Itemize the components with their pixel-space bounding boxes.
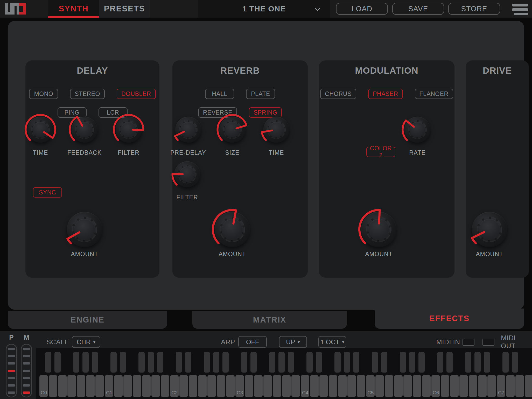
delay-amount-knob[interactable]: [67, 212, 102, 247]
scale-select[interactable]: CHR ▾: [72, 336, 100, 348]
white-key[interactable]: [338, 375, 347, 397]
white-key[interactable]: C0: [39, 375, 48, 397]
white-key[interactable]: [385, 375, 393, 397]
arp-toggle-button[interactable]: OFF: [238, 336, 267, 348]
black-key[interactable]: [82, 352, 89, 373]
white-key[interactable]: [254, 375, 263, 397]
reverb-size-knob[interactable]: [219, 117, 245, 143]
white-key[interactable]: [263, 375, 272, 397]
reverb-mode-reverse[interactable]: REVERSE: [198, 107, 237, 118]
black-key[interactable]: [204, 352, 210, 373]
white-key[interactable]: C6: [431, 375, 440, 397]
white-key[interactable]: [441, 375, 449, 397]
white-key[interactable]: C7: [497, 375, 505, 397]
white-key[interactable]: [58, 375, 67, 397]
mod-mode-phaser[interactable]: PHASER: [368, 89, 403, 99]
black-key[interactable]: [73, 352, 79, 373]
white-key[interactable]: [67, 375, 76, 397]
white-key[interactable]: [217, 375, 225, 397]
white-key[interactable]: [282, 375, 291, 397]
pitch-wheel-slider[interactable]: [6, 344, 17, 397]
delay-mode-lcr[interactable]: LCR: [99, 107, 128, 118]
black-key[interactable]: [400, 352, 406, 373]
black-key[interactable]: [222, 352, 229, 373]
white-key[interactable]: [123, 375, 132, 397]
mod-color-button[interactable]: COLOR 2: [366, 147, 395, 157]
black-key[interactable]: [484, 352, 490, 373]
white-key[interactable]: [49, 375, 57, 397]
reverb-mode-hall[interactable]: HALL: [205, 89, 234, 99]
white-key[interactable]: C5: [366, 375, 375, 397]
black-key[interactable]: [176, 352, 182, 373]
white-key[interactable]: [151, 375, 160, 397]
white-key[interactable]: [347, 375, 356, 397]
delay-time-knob[interactable]: [27, 117, 53, 143]
white-key[interactable]: [319, 375, 328, 397]
save-button[interactable]: SAVE: [392, 3, 444, 15]
white-key[interactable]: [77, 375, 85, 397]
delay-mode-mono[interactable]: MONO: [29, 89, 58, 99]
black-key[interactable]: [92, 352, 98, 373]
load-button[interactable]: LOAD: [336, 3, 388, 15]
white-key[interactable]: [506, 375, 515, 397]
black-key[interactable]: [288, 352, 294, 373]
white-key[interactable]: [310, 375, 319, 397]
white-key[interactable]: [450, 375, 459, 397]
black-key[interactable]: [512, 352, 518, 373]
black-key[interactable]: [138, 352, 145, 373]
white-key[interactable]: [95, 375, 104, 397]
black-key[interactable]: [353, 352, 359, 373]
tab-synth[interactable]: SYNTH: [48, 0, 99, 18]
mod-amount-knob[interactable]: [361, 212, 396, 247]
white-key[interactable]: [422, 375, 431, 397]
black-key[interactable]: [306, 352, 313, 373]
white-key[interactable]: [478, 375, 487, 397]
white-key[interactable]: [226, 375, 235, 397]
white-key[interactable]: [487, 375, 496, 397]
black-key[interactable]: [241, 352, 247, 373]
white-key[interactable]: [179, 375, 188, 397]
white-key[interactable]: [357, 375, 365, 397]
black-key[interactable]: [334, 352, 341, 373]
black-key[interactable]: [465, 352, 471, 373]
white-key[interactable]: [403, 375, 412, 397]
white-key[interactable]: [86, 375, 95, 397]
delay-feedback-knob[interactable]: [72, 117, 97, 143]
store-button[interactable]: STORE: [448, 3, 500, 15]
black-key[interactable]: [185, 352, 191, 373]
white-key[interactable]: [329, 375, 337, 397]
white-key[interactable]: [413, 375, 421, 397]
page-tab-effects[interactable]: EFFECTS: [375, 309, 524, 329]
mod-wheel-slider[interactable]: [21, 344, 32, 397]
black-key[interactable]: [54, 352, 61, 373]
delay-mode-doubler[interactable]: DOUBLER: [117, 89, 156, 99]
white-key[interactable]: [133, 375, 141, 397]
reverb-predelay-knob[interactable]: [175, 117, 201, 143]
black-key[interactable]: [278, 352, 285, 373]
white-key[interactable]: [198, 375, 207, 397]
black-key[interactable]: [269, 352, 275, 373]
white-key[interactable]: [161, 375, 169, 397]
hamburger-menu-icon[interactable]: [512, 4, 528, 17]
mod-rate-knob[interactable]: [404, 117, 430, 143]
black-key[interactable]: [344, 352, 350, 373]
white-key[interactable]: C4: [301, 375, 309, 397]
white-key[interactable]: [394, 375, 403, 397]
black-key[interactable]: [148, 352, 154, 373]
black-key[interactable]: [110, 352, 117, 373]
white-key[interactable]: [273, 375, 281, 397]
delay-mode-ping[interactable]: PING: [58, 107, 87, 118]
black-key[interactable]: [372, 352, 378, 373]
delay-mode-stereo[interactable]: STEREO: [70, 89, 105, 99]
white-key[interactable]: [459, 375, 468, 397]
black-key[interactable]: [474, 352, 481, 373]
black-key[interactable]: [502, 352, 509, 373]
delay-filter-knob[interactable]: [116, 117, 142, 143]
black-key[interactable]: [157, 352, 163, 373]
white-key[interactable]: C2: [170, 375, 179, 397]
white-key[interactable]: [515, 375, 524, 397]
white-key[interactable]: [207, 375, 216, 397]
reverb-mode-plate[interactable]: PLATE: [246, 89, 275, 99]
arp-range-select[interactable]: 1 OCT ▾: [318, 336, 346, 348]
white-key[interactable]: [469, 375, 477, 397]
